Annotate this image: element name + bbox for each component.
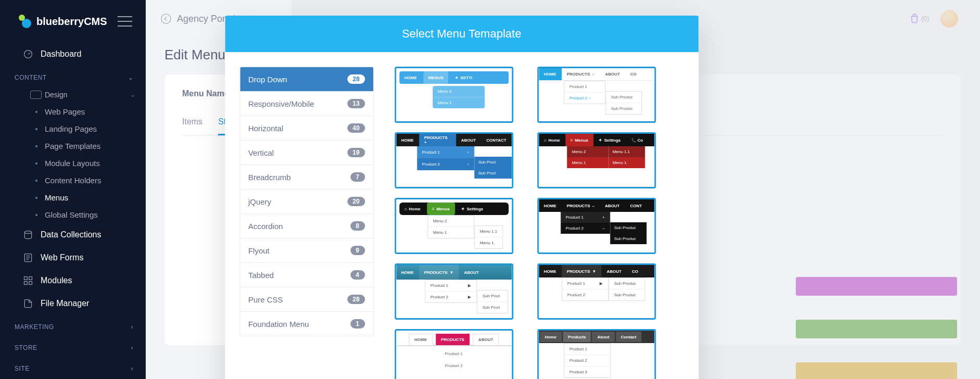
template-thumb-8[interactable]: HOME PRODUCTS ▼ ABOUT CO Product 1▶ Prod… bbox=[537, 263, 656, 320]
tab-items[interactable]: Items bbox=[182, 114, 202, 135]
template-thumb-6[interactable]: HOME PRODUCTS – ABOUT CONT Product 1+ Pr… bbox=[537, 198, 656, 254]
cat-accordion[interactable]: Accordion8 bbox=[240, 214, 373, 238]
svg-rect-5 bbox=[24, 282, 28, 285]
cat-drop-down[interactable]: Drop Down28 bbox=[240, 67, 373, 92]
cat-horizontal[interactable]: Horizontal40 bbox=[240, 116, 373, 141]
chevron-down-icon: ⌄ bbox=[130, 91, 146, 98]
chevron-right-icon: › bbox=[131, 344, 134, 351]
template-thumb-7[interactable]: HOME PRODUCTS ▼ ABOUT Product 1▶ Product… bbox=[394, 263, 513, 320]
chevron-right-icon: › bbox=[131, 323, 134, 331]
section-marketing[interactable]: MARKETING› bbox=[0, 315, 146, 336]
svg-rect-6 bbox=[29, 282, 32, 285]
blueberry-icon bbox=[19, 15, 32, 28]
svg-point-1 bbox=[24, 231, 31, 234]
section-content[interactable]: CONTENT ⌄ bbox=[0, 66, 146, 86]
nav-data-collections[interactable]: Data Collections bbox=[0, 223, 146, 246]
modules-icon bbox=[23, 275, 33, 286]
nav-page-templates[interactable]: Page Templates bbox=[30, 137, 146, 155]
template-thumb-3[interactable]: HOME PRODUCTS + ABOUT CONTACT Product 1›… bbox=[394, 132, 513, 188]
cat-purecss[interactable]: Pure CSS28 bbox=[240, 287, 373, 312]
template-thumb-4[interactable]: ⌂ Home ≡ Menus ✦ Settings 📞 Co Menu 2 Me… bbox=[537, 132, 656, 188]
page-title: Edit Menu bbox=[164, 47, 225, 63]
nav-global-settings[interactable]: Global Settings bbox=[30, 206, 146, 223]
form-icon bbox=[23, 252, 33, 263]
back-icon[interactable] bbox=[160, 13, 172, 24]
nav-modules[interactable]: Modules bbox=[0, 269, 146, 292]
svg-point-7 bbox=[161, 14, 171, 23]
nav-web-pages[interactable]: Web Pages bbox=[30, 103, 146, 120]
template-thumbnails: HOME MENUS ✦ SETTI Menu 2 Menu 1 HOME PR… bbox=[394, 67, 681, 379]
database-icon bbox=[23, 230, 33, 240]
cat-flyout[interactable]: Flyout9 bbox=[240, 238, 373, 263]
chevron-down-icon: ⌄ bbox=[128, 74, 134, 81]
file-icon bbox=[23, 298, 33, 309]
chevron-right-icon: › bbox=[131, 365, 134, 372]
template-thumb-5[interactable]: ⌂ Home ≡ Menus ✦ Settings Menu 2 Menu 1 … bbox=[394, 198, 513, 254]
modal-title: Select Menu Temaplate bbox=[225, 16, 698, 52]
nav-menus[interactable]: Menus bbox=[30, 189, 146, 206]
section-store[interactable]: STORE› bbox=[0, 336, 146, 357]
nav-dashboard[interactable]: Dashboard bbox=[0, 43, 146, 66]
nav-landing-pages[interactable]: Landing Pages bbox=[30, 120, 146, 137]
nav-web-forms[interactable]: Web Forms bbox=[0, 246, 146, 269]
sidebar: blueberryCMS Dashboard CONTENT ⌄ Design … bbox=[0, 0, 146, 379]
cat-foundation[interactable]: Foundation Menu1 bbox=[240, 312, 373, 336]
nav-dashboard-label: Dashboard bbox=[41, 49, 81, 59]
category-list: Drop Down28 Responsive/Mobile13 Horizont… bbox=[239, 67, 374, 336]
template-thumb-9[interactable]: HOME PRODUCTS ABOUT Product 1 Product 2 bbox=[394, 329, 513, 379]
template-thumb-1[interactable]: HOME MENUS ✦ SETTI Menu 2 Menu 1 bbox=[394, 67, 513, 123]
section-site[interactable]: SITE› bbox=[0, 357, 146, 377]
cat-vertical[interactable]: Vertical19 bbox=[240, 141, 373, 165]
cat-jquery[interactable]: jQuery20 bbox=[240, 190, 373, 214]
nav-file-manager[interactable]: File Manager bbox=[0, 292, 146, 315]
svg-rect-4 bbox=[29, 277, 32, 280]
cat-responsive[interactable]: Responsive/Mobile13 bbox=[240, 92, 373, 116]
cat-breadcrumb[interactable]: Breadcrumb7 bbox=[240, 165, 373, 190]
brand-name: blueberryCMS bbox=[36, 16, 107, 28]
cat-tabbed[interactable]: Tabbed4 bbox=[240, 263, 373, 287]
nav-module-layouts[interactable]: Module Layouts bbox=[30, 155, 146, 172]
brand-logo[interactable]: blueberryCMS bbox=[19, 15, 107, 28]
nav-design[interactable]: Design ⌄ bbox=[30, 86, 146, 103]
dashboard-icon bbox=[23, 49, 33, 59]
svg-rect-3 bbox=[24, 277, 28, 280]
template-modal: Select Menu Temaplate Drop Down28 Respon… bbox=[225, 16, 698, 379]
nav-content-holders[interactable]: Content Holders bbox=[30, 172, 146, 189]
template-thumb-2[interactable]: HOME PRODUCTS ○ ABOUT CO Product 1 Produ… bbox=[537, 67, 656, 123]
template-thumb-10[interactable]: Home Products About Contact Product 1 Pr… bbox=[537, 329, 656, 379]
menu-toggle-icon[interactable] bbox=[118, 16, 132, 27]
